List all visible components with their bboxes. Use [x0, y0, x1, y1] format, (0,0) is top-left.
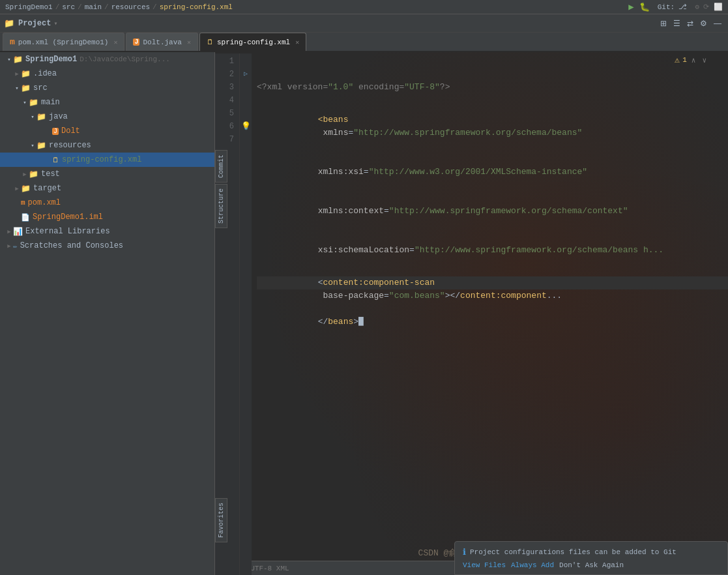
tab-spring-close[interactable]: ✕: [295, 38, 299, 46]
toolbar-settings-btn[interactable]: ⚙: [697, 18, 710, 29]
iml-file-icon: 📄: [21, 213, 30, 222]
tree-item-iml[interactable]: ▶ 📄 SpringDemo1.iml: [0, 210, 214, 224]
project-label[interactable]: Project: [18, 19, 51, 28]
tree-root[interactable]: ▾ 📁 SpringDemo1 D:\JavaCode\Spring...: [0, 52, 214, 66]
tree-item-pom[interactable]: ▶ m pom.xml: [0, 196, 214, 210]
tab-dolt[interactable]: J Dolt.java ✕: [126, 33, 197, 51]
pom-file-icon: m: [21, 199, 25, 207]
breadcrumb-src[interactable]: src: [62, 3, 75, 11]
tree-src-label: src: [33, 83, 48, 93]
tree-target-label: target: [33, 184, 61, 193]
notif-always-add-link[interactable]: Always Add: [511, 561, 554, 569]
run-icon[interactable]: ▶: [628, 1, 633, 12]
breadcrumb-project[interactable]: SpringDemo1: [5, 3, 53, 11]
tab-pom-close[interactable]: ✕: [113, 38, 117, 46]
tree-item-src[interactable]: ▾ 📁 src: [0, 81, 214, 95]
warning-count: 1: [682, 56, 687, 64]
warning-icon: ⚠: [675, 55, 680, 65]
tab-dolt-close[interactable]: ✕: [187, 38, 191, 46]
code-editor-area[interactable]: 1 2 3 4 5 6 7 ▷ 💡 <?xml versi: [215, 52, 728, 575]
src-folder-icon: 📁: [21, 83, 31, 93]
breadcrumb-sep2: /: [78, 3, 82, 11]
tree-spring-label: spring-config.xml: [62, 155, 141, 164]
gutter: ▷ 💡: [240, 53, 252, 575]
tree-item-test[interactable]: ▶ 📁 test: [0, 167, 214, 181]
breadcrumb-file[interactable]: spring-config.xml: [160, 3, 233, 11]
git-branch[interactable]: ⎇: [678, 3, 687, 11]
tree-pom-label: pom.xml: [28, 198, 61, 207]
tab-pom-label: pom.xml (SpringDemo1): [18, 38, 109, 46]
tree-target-arrow: ▶: [13, 185, 21, 192]
code-content[interactable]: <?xml version="1.0" encoding="UTF-8"?> <…: [252, 53, 728, 575]
toolbar-minimize-btn[interactable]: —: [711, 18, 724, 29]
tree-java-arrow: ▾: [29, 113, 36, 121]
tree-iml-label: SpringDemo1.iml: [33, 213, 103, 222]
favorites-label: Favorites: [215, 498, 227, 542]
spring-config-icon: 🗒: [52, 156, 59, 164]
tree-root-path: D:\JavaCode\Spring...: [80, 55, 170, 63]
notif-view-files-link[interactable]: View Files: [463, 561, 506, 569]
toolbar-sync-btn[interactable]: ⊞: [658, 18, 669, 29]
tree-res-arrow: ▾: [29, 142, 36, 149]
tree-extlibs-label: External Libraries: [25, 227, 110, 236]
tree-java-label: java: [49, 112, 68, 121]
warning-nav-up[interactable]: ∧: [690, 55, 698, 65]
line-numbers: 1 2 3 4 5 6 7: [215, 53, 240, 575]
tree-item-java[interactable]: ▾ 📁 java: [0, 110, 214, 124]
line1-content: <?xml version="1.0" encoding="UTF-8"?>: [257, 81, 450, 94]
structure-tab[interactable]: Structure: [215, 184, 227, 228]
code-line-4: xmlns:context="http://www.springframewor…: [257, 198, 728, 211]
tab-spring[interactable]: 🗒 spring-config.xml ✕: [199, 33, 306, 51]
code-line-1: <?xml version="1.0" encoding="UTF-8"?>: [257, 81, 728, 94]
tab-spring-label: spring-config.xml: [217, 38, 290, 46]
code-line-3: xmlns:xsi="http://www.w3.org/2001/XMLSch…: [257, 159, 728, 172]
favorites-tab[interactable]: Favorites: [215, 498, 227, 542]
tree-root-name: SpringDemo1: [25, 55, 77, 64]
breadcrumb-main[interactable]: main: [85, 3, 102, 11]
toolbar-extra-icons: ⚙ ⟳ ⬜: [695, 3, 723, 11]
notification-bar: ℹ Project configurations files can be ad…: [454, 541, 728, 575]
tree-extlibs-arrow: ▶: [5, 228, 13, 235]
notif-dont-ask-link[interactable]: Don't Ask Again: [559, 561, 624, 569]
code-line-7: </beans>█: [257, 316, 728, 329]
warning-nav-down[interactable]: ∨: [700, 55, 708, 65]
tree-test-arrow: ▶: [21, 171, 29, 178]
tab-dolt-label: Dolt.java: [143, 38, 181, 46]
tree-main-label: main: [41, 98, 60, 107]
tree-res-label: resources: [49, 141, 91, 150]
git-icon[interactable]: Git:: [658, 3, 675, 11]
tree-item-main[interactable]: ▾ 📁 main: [0, 95, 214, 110]
tab-spring-icon: 🗒: [207, 38, 214, 46]
target-folder-icon: 📁: [21, 184, 31, 194]
test-folder-icon: 📁: [29, 170, 38, 179]
tree-item-external-libs[interactable]: ▶ 📊 External Libraries: [0, 224, 214, 239]
toolbar-swap-btn[interactable]: ⇄: [684, 18, 696, 29]
tree-root-arrow: ▾: [5, 56, 13, 63]
tree-item-scratches[interactable]: ▶ ✏️ Scratches and Consoles: [0, 239, 214, 253]
debug-icon[interactable]: 🐛: [639, 2, 650, 12]
tree-item-resources[interactable]: ▾ 📁 resources: [0, 138, 214, 153]
notif-message-row: ℹ Project configurations files can be ad…: [463, 547, 720, 557]
line7-content: </beans>█: [257, 302, 364, 342]
tree-scratches-arrow: ▶: [5, 243, 13, 250]
tree-item-idea[interactable]: ▶ 📁 .idea: [0, 66, 214, 81]
commit-tab[interactable]: Commit: [215, 150, 227, 183]
java-folder-icon: 📁: [36, 112, 46, 122]
tree-main-arrow: ▾: [21, 99, 29, 106]
tree-iml-arrow: ▶: [13, 214, 21, 221]
tab-pom[interactable]: m pom.xml (SpringDemo1) ✕: [3, 33, 124, 51]
breadcrumb-sep1: /: [55, 3, 60, 11]
tree-item-spring-config[interactable]: ▶ 🗒 spring-config.xml: [0, 153, 214, 167]
breadcrumb-sep4: /: [153, 3, 157, 11]
breadcrumb-resources[interactable]: resources: [111, 3, 150, 11]
tree-item-dolt[interactable]: ▶ J Dolt: [0, 124, 214, 138]
breadcrumb-sep3: /: [104, 3, 109, 11]
main-folder-icon: 📁: [29, 98, 38, 108]
toolbar-list-btn[interactable]: ☰: [671, 18, 683, 29]
extlibs-icon: 📊: [13, 227, 23, 237]
notif-actions-row: View Files Always Add Don't Ask Again: [463, 561, 720, 569]
warning-bar: ⚠ 1 ∧ ∨: [675, 55, 708, 65]
tree-item-target[interactable]: ▶ 📁 target: [0, 181, 214, 196]
project-dropdown-icon[interactable]: ▾: [53, 20, 57, 27]
breadcrumb-bar: SpringDemo1 / src / main / resources / s…: [0, 0, 728, 14]
